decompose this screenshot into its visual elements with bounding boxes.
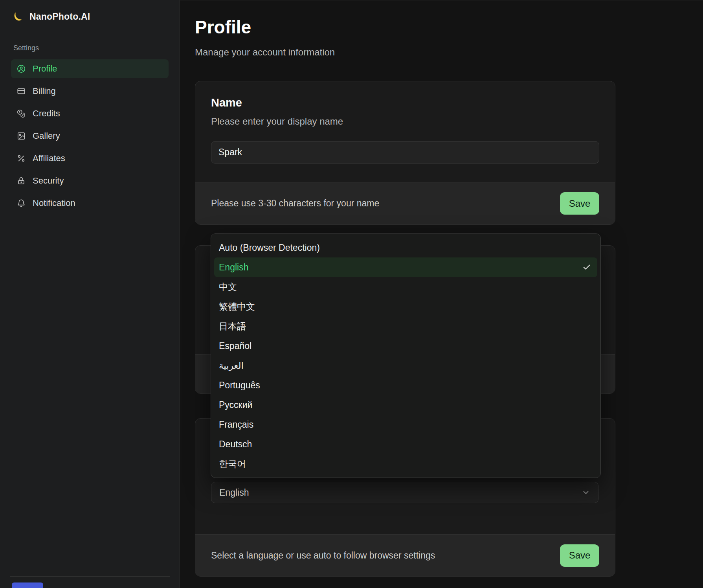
language-option-german[interactable]: Deutsch — [214, 434, 597, 454]
name-card: Name Please enter your display name Plea… — [195, 81, 615, 225]
option-label: Auto (Browser Detection) — [219, 243, 320, 253]
language-option-english[interactable]: English — [214, 257, 597, 277]
option-label: English — [219, 262, 248, 273]
name-card-title: Name — [211, 96, 599, 109]
page-title: Profile — [195, 17, 251, 37]
sidebar-item-label: Affiliates — [33, 153, 65, 164]
check-icon — [582, 263, 591, 272]
page-subtitle: Manage your account information — [195, 47, 335, 58]
language-card-hint: Select a language or use auto to follow … — [211, 550, 435, 561]
bottom-left-partial-element[interactable] — [12, 582, 43, 588]
language-option-traditional-chinese[interactable]: 繁體中文 — [214, 297, 597, 316]
sidebar-item-profile[interactable]: Profile — [11, 59, 169, 78]
coins-icon — [17, 109, 26, 118]
app-name: NanoPhoto.AI — [29, 11, 90, 22]
sidebar-section-label: Settings — [13, 44, 39, 52]
name-card-description: Please enter your display name — [211, 116, 599, 127]
app-window: NanoPhoto.AI Settings Profile Billing — [0, 0, 703, 588]
image-icon — [17, 131, 26, 141]
sidebar-item-billing[interactable]: Billing — [11, 82, 169, 101]
sidebar-item-label: Billing — [33, 86, 56, 96]
language-option-japanese[interactable]: 日本語 — [214, 316, 597, 336]
language-option-spanish[interactable]: Español — [214, 336, 597, 356]
lock-icon — [17, 176, 26, 186]
sidebar-item-label: Security — [33, 176, 64, 186]
chevron-down-icon — [582, 488, 590, 497]
language-option-french[interactable]: Français — [214, 415, 597, 434]
sidebar-item-credits[interactable]: Credits — [11, 104, 169, 123]
credit-card-icon — [17, 86, 26, 96]
language-option-arabic[interactable]: العربية — [214, 356, 597, 375]
language-select[interactable]: English — [211, 482, 598, 503]
option-label: Français — [219, 419, 253, 430]
sidebar-bottom-divider — [10, 576, 170, 577]
option-label: 日本語 — [219, 320, 246, 333]
display-name-input[interactable] — [211, 141, 599, 164]
language-option-portuguese[interactable]: Português — [214, 375, 597, 395]
name-card-hint: Please use 3-30 characters for your name — [211, 198, 379, 209]
sidebar-item-gallery[interactable]: Gallery — [11, 127, 169, 145]
language-option-korean[interactable]: 한국어 — [214, 454, 597, 474]
banana-icon — [13, 11, 24, 22]
sidebar-item-affiliates[interactable]: Affiliates — [11, 149, 169, 168]
sidebar-item-security[interactable]: Security — [11, 171, 169, 190]
sidebar-item-label: Credits — [33, 108, 60, 119]
sidebar: NanoPhoto.AI Settings Profile Billing — [0, 0, 180, 588]
language-option-russian[interactable]: Русский — [214, 395, 597, 415]
sidebar-item-label: Notification — [33, 198, 75, 208]
option-label: Deutsch — [219, 439, 252, 450]
name-save-button[interactable]: Save — [560, 192, 599, 215]
sidebar-item-label: Gallery — [33, 131, 60, 141]
language-option-chinese[interactable]: 中文 — [214, 277, 597, 297]
language-select-value: English — [219, 487, 249, 498]
percent-icon — [17, 154, 26, 163]
option-label: 繁體中文 — [219, 301, 255, 313]
option-label: Русский — [219, 400, 252, 410]
language-save-button[interactable]: Save — [560, 544, 599, 567]
sidebar-item-label: Profile — [33, 64, 57, 74]
option-label: Español — [219, 341, 251, 351]
user-circle-icon — [17, 64, 26, 74]
language-card-footer: Select a language or use auto to follow … — [195, 534, 615, 576]
option-label: Português — [219, 380, 260, 391]
sidebar-nav: Profile Billing Credits — [11, 59, 169, 213]
main-content: Profile Manage your account information … — [180, 0, 703, 588]
bell-icon — [17, 198, 26, 208]
name-card-body: Name Please enter your display name — [195, 81, 615, 164]
option-label: 한국어 — [219, 458, 246, 470]
option-label: 中文 — [219, 281, 237, 293]
name-card-footer: Please use 3-30 characters for your name… — [195, 182, 615, 224]
language-dropdown-menu: Auto (Browser Detection) English 中文 繁體中文… — [211, 233, 601, 478]
sidebar-item-notification[interactable]: Notification — [11, 194, 169, 213]
option-label: العربية — [219, 360, 244, 371]
language-option-auto[interactable]: Auto (Browser Detection) — [214, 238, 597, 257]
app-logo[interactable]: NanoPhoto.AI — [13, 11, 90, 22]
